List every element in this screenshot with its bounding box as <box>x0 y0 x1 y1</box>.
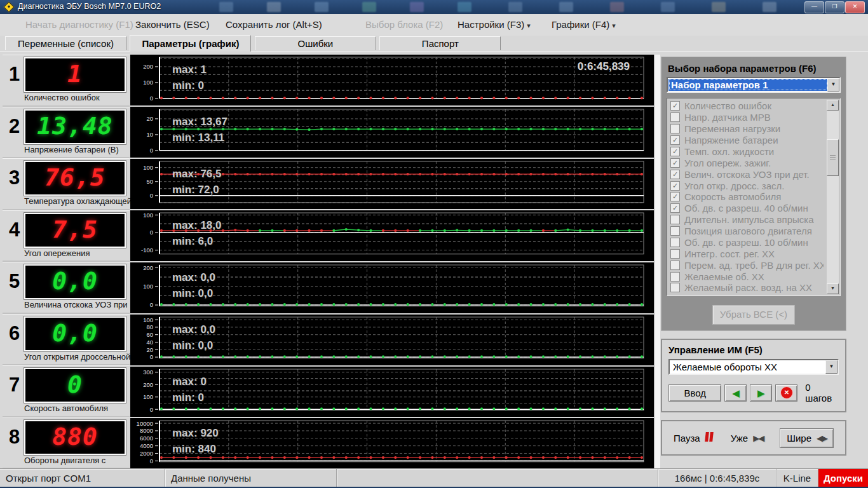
checklist-item[interactable]: Напр. датчика МРВ <box>670 112 824 123</box>
checkbox[interactable]: ✓ <box>670 203 680 213</box>
graph-panel: 020406080100max: 0,0min: 0,0 <box>130 315 654 365</box>
pause-button[interactable]: Пауза <box>674 432 714 444</box>
checklist-item[interactable]: Интегр. сост. рег. ХХ <box>670 248 824 259</box>
checkbox[interactable]: ✓ <box>670 181 680 191</box>
svg-text:200: 200 <box>143 63 153 70</box>
checklist-item-label: Переменная нагрузки <box>684 123 780 134</box>
checklist-item[interactable]: ✓ Темп. охл. жидкости <box>670 146 824 158</box>
checklist-item[interactable]: ✓ Велич. отскока УОЗ при дет. <box>670 168 824 180</box>
svg-text:50: 50 <box>146 178 153 185</box>
checkbox[interactable] <box>670 283 680 292</box>
checkbox[interactable] <box>670 124 680 133</box>
im-buttons: Ввод ◀ ▶ ✕ 0 шагов <box>668 382 839 403</box>
cancel-button[interactable]: ✕ <box>775 384 797 402</box>
scrollbar[interactable]: ▲ ▼ <box>827 100 839 294</box>
checklist-item[interactable]: Переменная нагрузки <box>670 123 824 135</box>
checkbox[interactable]: ✓ <box>670 135 680 145</box>
svg-text:100: 100 <box>143 283 153 290</box>
checkbox[interactable]: ✓ <box>670 170 680 179</box>
graph-max-label: max: 13,67 <box>172 116 227 128</box>
gauge-label: Количество ошибок <box>24 93 100 102</box>
menu-graphs[interactable]: Графики (F4)▾ <box>552 19 616 30</box>
wider-button[interactable]: Шире◀▶ <box>780 428 834 448</box>
close-button[interactable]: ✕ <box>845 1 865 13</box>
menu-finish[interactable]: Закончить (ESC) <box>135 19 210 30</box>
menubar: Начать диагностику (F1) Закончить (ESC) … <box>0 14 868 36</box>
checklist-item[interactable]: Длительн. импульса впрыска <box>670 214 824 226</box>
checkbox[interactable]: ✓ <box>670 158 680 168</box>
checklist-item[interactable]: ✓ Угол откр. дросс. засл. <box>670 180 824 191</box>
checklist-item[interactable]: Перем. ад. треб. РВ для рег. ХХ <box>670 259 824 271</box>
gauge-index: 3 <box>9 166 20 189</box>
svg-text:8000: 8000 <box>140 428 153 435</box>
checklist-item-label: Угол откр. дросс. засл. <box>684 180 784 191</box>
chart-svg: 0100200 <box>130 55 654 105</box>
scroll-up-icon[interactable]: ▲ <box>827 100 839 111</box>
combo-arrow-icon[interactable]: ▼ <box>825 360 837 374</box>
tab-errors[interactable]: Ошибки <box>255 36 376 50</box>
led-value: 0,0 <box>25 266 125 297</box>
svg-text:2000: 2000 <box>140 450 153 457</box>
gauge-label: Температура охлаждающей <box>24 196 132 206</box>
menu-graphs-label: Графики (F4) <box>552 19 609 30</box>
right-arrow-icon: ▶ <box>757 388 765 398</box>
checklist-item[interactable]: ✓ Скорость автомобиля <box>670 191 824 203</box>
checkbox[interactable] <box>670 226 680 236</box>
narrower-button[interactable]: Уже▶◀ <box>731 433 763 444</box>
checklist-item[interactable]: Желаемые об. ХХ <box>670 271 824 282</box>
svg-text:200: 200 <box>143 264 153 271</box>
gauge-row: 7 0 Скорость автомобиля <box>3 365 130 417</box>
chart-svg: 0100200300 <box>130 367 654 417</box>
menu-settings[interactable]: Настройки (F3)▾ <box>458 19 531 30</box>
checklist-item[interactable]: Об. дв. с разреш. 10 об/мин <box>670 237 824 248</box>
checklist-item[interactable]: Позиция шагового двигателя <box>670 226 824 237</box>
step-left-button[interactable]: ◀ <box>724 384 747 402</box>
checklist-item[interactable]: ✓ Количество ошибок <box>670 100 824 112</box>
im-selected-value: Желаемые обороты ХХ <box>670 361 826 373</box>
checkbox[interactable]: ✓ <box>670 101 680 111</box>
gauge-column: 1 1 Количество ошибок 2 13,48 Напряжение… <box>3 55 130 469</box>
background-window-ghost <box>362 2 376 12</box>
menu-settings-label: Настройки (F3) <box>458 19 524 30</box>
checklist-item[interactable]: ✓ Угол опереж. зажиг. <box>670 157 824 168</box>
checkbox[interactable] <box>670 272 680 281</box>
checklist-item[interactable]: ✓ Напряжение батареи <box>670 135 824 146</box>
im-select[interactable]: Желаемые обороты ХХ ▼ <box>668 359 839 375</box>
step-right-button[interactable]: ▶ <box>750 384 772 402</box>
enter-button[interactable]: Ввод <box>668 384 721 402</box>
graph-panel: 050100max: 76,5min: 72,0 <box>130 159 654 210</box>
checkbox[interactable]: ✓ <box>670 147 680 156</box>
main-content: 1 1 Количество ошибок 2 13,48 Напряжение… <box>0 51 868 468</box>
checklist-item-label: Количество ошибок <box>684 100 771 111</box>
graph-panel: 01020max: 13,67min: 13,11 <box>130 107 654 158</box>
checklist-item[interactable]: ✓ Об. дв. с разреш. 40 об/мин <box>670 203 824 214</box>
tab-bar: Переменные (список) Параметры (график) О… <box>5 36 501 51</box>
checkbox[interactable] <box>670 261 680 270</box>
led-display: 7,5 <box>24 213 126 248</box>
svg-text:40: 40 <box>146 339 153 346</box>
scroll-thumb[interactable] <box>827 139 839 176</box>
checkbox[interactable]: ✓ <box>670 192 680 201</box>
tab-passport[interactable]: Паспорт <box>379 36 501 50</box>
scroll-down-icon[interactable]: ▼ <box>827 283 839 294</box>
checkbox[interactable] <box>670 249 680 259</box>
background-window-ghost <box>712 2 726 12</box>
checkbox[interactable] <box>670 238 680 247</box>
gauge-label: Обороты двигателя с <box>24 456 105 465</box>
remove-all-button: Убрать ВСЕ (<) <box>712 305 795 325</box>
gauge-index: 7 <box>9 374 20 396</box>
led-display: 880 <box>24 420 126 455</box>
combo-arrow-icon[interactable]: ▼ <box>827 78 839 92</box>
restore-button[interactable]: ❐ <box>825 1 844 13</box>
tab-parameters-graph[interactable]: Параметры (график) <box>130 35 251 51</box>
titlebar[interactable]: Диагностика ЭБУ Bosch MP7.0 EURO2 — ❐ ✕ <box>0 0 868 14</box>
tab-variables-list[interactable]: Переменные (список) <box>5 36 126 50</box>
minimize-button[interactable]: — <box>804 1 824 13</box>
checklist-item[interactable]: Желаемый расх. возд. на ХХ <box>670 282 824 294</box>
graph-panel: 0100200max: 1min: 00:6:45,839 <box>130 55 654 105</box>
gauge-index: 8 <box>9 426 20 449</box>
checkbox[interactable] <box>670 112 680 122</box>
param-set-select[interactable]: Набор параметров 1 ▼ <box>667 77 841 93</box>
menu-save-log[interactable]: Сохранить лог (Alt+S) <box>226 19 322 30</box>
checkbox[interactable] <box>670 215 680 224</box>
